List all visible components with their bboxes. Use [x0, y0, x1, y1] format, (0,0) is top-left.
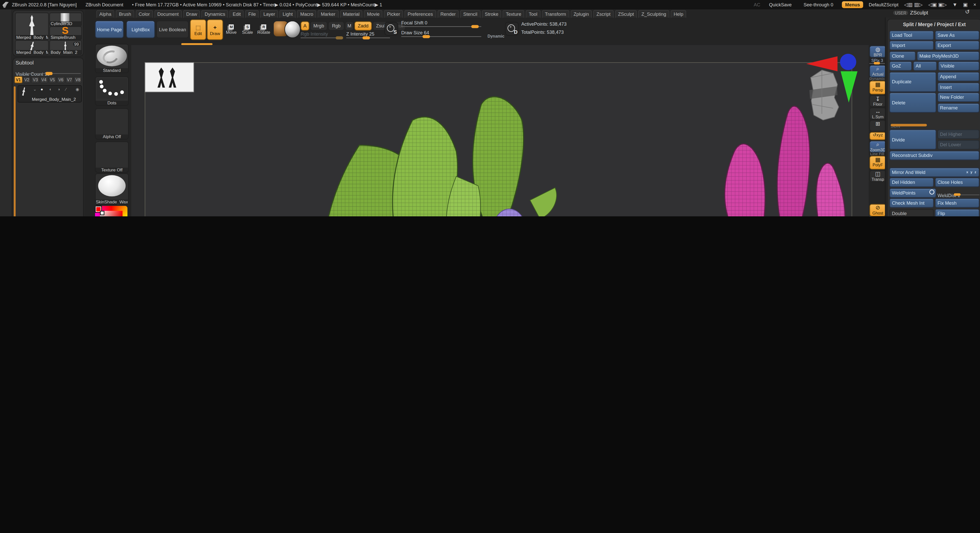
mirror-and-weld-button[interactable]: Mirror And Weldx y z: [889, 168, 980, 177]
menu-macro[interactable]: Macro: [297, 10, 317, 18]
menu-stencil[interactable]: Stencil: [460, 10, 480, 18]
edit-button[interactable]: ⬚ Edit: [190, 19, 206, 40]
restore-config-icon[interactable]: ↺: [965, 9, 970, 15]
local-symmetry-button[interactable]: ↔L.Sym: [869, 108, 886, 120]
menu-marker[interactable]: Marker: [318, 10, 339, 18]
tab-v2[interactable]: V2: [23, 77, 31, 83]
mrgb-button[interactable]: Mrgb: [310, 21, 328, 31]
tool-thumb-merged-body[interactable]: Merged_Body_M: [15, 13, 49, 40]
menu-color[interactable]: Color: [135, 10, 153, 18]
menu-draw[interactable]: Draw: [183, 10, 200, 18]
lightbox-button[interactable]: LightBox: [126, 21, 155, 38]
z-intensity-slider[interactable]: Z Intensity 25: [346, 31, 390, 38]
menus-button[interactable]: Menus: [842, 1, 863, 8]
user-config-name[interactable]: ZSculpt: [910, 10, 928, 16]
goz-button[interactable]: GoZ: [889, 61, 912, 70]
save-as-button[interactable]: Save As: [935, 30, 980, 40]
tool-thumb-cylinder3d[interactable]: Cylinder3D: [49, 13, 82, 26]
zoom3d-button[interactable]: ⌕Zoom3D: [869, 141, 886, 153]
menu-brush[interactable]: Brush: [116, 10, 134, 18]
double-button[interactable]: Double: [889, 209, 934, 216]
draw-size-target-icon[interactable]: D: [505, 22, 519, 35]
goz-visible-button[interactable]: Visible: [938, 61, 980, 70]
del-hidden-button[interactable]: Del Hidden: [889, 178, 934, 187]
subtool-title[interactable]: Subtool: [13, 58, 83, 67]
tool-thumb-simplebrush[interactable]: S SimpleBrush: [49, 26, 82, 40]
live-boolean-button[interactable]: Live Boolean: [156, 21, 189, 38]
stroke-target-icon[interactable]: S: [385, 22, 398, 35]
close-icon[interactable]: ×: [974, 2, 977, 7]
move-button[interactable]: M Move: [224, 19, 239, 38]
close-holes-button[interactable]: Close Holes: [935, 178, 980, 187]
color-picker-hue-square[interactable]: [95, 206, 127, 216]
menu-preferences[interactable]: Preferences: [404, 10, 436, 18]
tab-v6[interactable]: V6: [57, 77, 65, 83]
rp-rename-button[interactable]: Rename: [938, 103, 980, 112]
default-zscript-button[interactable]: DefaultZScript: [869, 2, 899, 7]
perspective-button[interactable]: ▦Persp: [869, 81, 886, 94]
tab-v1[interactable]: V1: [14, 77, 22, 83]
clone-button[interactable]: Clone: [889, 51, 916, 61]
texture-button[interactable]: Texture Off: [95, 142, 129, 173]
tab-v4[interactable]: V4: [40, 77, 48, 83]
home-page-button[interactable]: Home Page: [95, 21, 124, 38]
menu-movie[interactable]: Movie: [364, 10, 383, 18]
material-auto-button[interactable]: A: [301, 21, 309, 31]
alpha-button[interactable]: Alpha Off: [95, 108, 129, 139]
menu-edit[interactable]: Edit: [230, 10, 244, 18]
ghost-button[interactable]: ⊘Ghost: [869, 204, 886, 216]
menu-light[interactable]: Light: [279, 10, 296, 18]
polypaint-icon[interactable]: ●: [41, 87, 43, 91]
menu-help[interactable]: Help: [670, 10, 686, 18]
menu-zscript[interactable]: Zscript: [593, 10, 614, 18]
menu-texture[interactable]: Texture: [503, 10, 524, 18]
minimize-icon[interactable]: ▼: [952, 2, 958, 7]
camera-lock-button[interactable]: ⊞: [869, 120, 886, 131]
spix-slider[interactable]: SPix 3: [869, 58, 885, 64]
menu-stroke[interactable]: Stroke: [482, 10, 501, 18]
check-mesh-button[interactable]: Check Mesh Int: [889, 198, 934, 208]
subtool-item-row[interactable]: ⌄ ● ◐ ◑ ∕ ◉ Merged_Body_Main_2: [18, 85, 82, 102]
folder-collapse-icon[interactable]: ⌄: [33, 87, 37, 92]
load-tool-button[interactable]: Load Tool: [889, 30, 934, 40]
uv-icon[interactable]: ◐: [49, 87, 52, 91]
weld-points-button[interactable]: WeldPoints: [889, 188, 936, 197]
menu-z-sculpting[interactable]: Z_Sculpting: [638, 10, 669, 18]
menu-material[interactable]: Material: [340, 10, 363, 18]
goz-all-button[interactable]: All: [913, 61, 937, 70]
restore-icon[interactable]: ▣: [963, 2, 968, 7]
tray-toggle-right-icon[interactable]: ◁▣ ▣▷: [928, 2, 947, 7]
weld-dist-slider[interactable]: WeldDist 1: [938, 188, 980, 195]
zadd-button[interactable]: Zadd: [355, 21, 372, 31]
current-material-button[interactable]: [285, 21, 301, 38]
stroke-type-button[interactable]: Dots: [95, 77, 129, 106]
rp-new-folder-button[interactable]: New Folder: [938, 93, 980, 102]
menu-dynamics[interactable]: Dynamics: [202, 10, 228, 18]
tab-v8[interactable]: V8: [74, 77, 82, 83]
sdiv-slider[interactable]: SDiv: [891, 119, 978, 126]
scale-button[interactable]: S Scale: [240, 19, 255, 38]
menu-render[interactable]: Render: [437, 10, 459, 18]
current-brush-button[interactable]: Standard: [95, 44, 129, 73]
rotate-button[interactable]: R Rotate: [256, 19, 271, 38]
polyframe-button[interactable]: ▦PolyF: [869, 156, 886, 169]
menu-tool[interactable]: Tool: [525, 10, 541, 18]
tab-v5[interactable]: V5: [48, 77, 56, 83]
make-polymesh3d-button[interactable]: Make PolyMesh3D: [917, 51, 979, 61]
rp-delete-button[interactable]: Delete: [889, 93, 936, 113]
rgb-button[interactable]: Rgb: [328, 21, 344, 31]
floor-grid-button[interactable]: ↧Floor: [869, 95, 886, 107]
flip-button[interactable]: Flip: [935, 209, 980, 216]
focal-shift-slider[interactable]: Focal Shift 0: [401, 20, 481, 27]
displacement-icon[interactable]: ◑: [57, 87, 60, 91]
bpr-render-button[interactable]: ◍BPR: [869, 46, 886, 57]
pen-icon[interactable]: ∕: [66, 87, 67, 91]
transparency-button[interactable]: ◫Transp: [869, 170, 886, 182]
menu-zplugin[interactable]: Zplugin: [570, 10, 592, 18]
menu-transform[interactable]: Transform: [542, 10, 569, 18]
xyz-rotation-button[interactable]: ↺xyz: [869, 132, 886, 140]
visibility-eye-icon[interactable]: ◉: [76, 87, 79, 92]
tool-thumb-body-main[interactable]: 99 Body_Main_2: [49, 40, 82, 55]
tool-thumb-merged-body-2[interactable]: Merged_Body_M: [15, 40, 49, 55]
material-button[interactable]: SkinShade_Wax: [95, 173, 129, 204]
